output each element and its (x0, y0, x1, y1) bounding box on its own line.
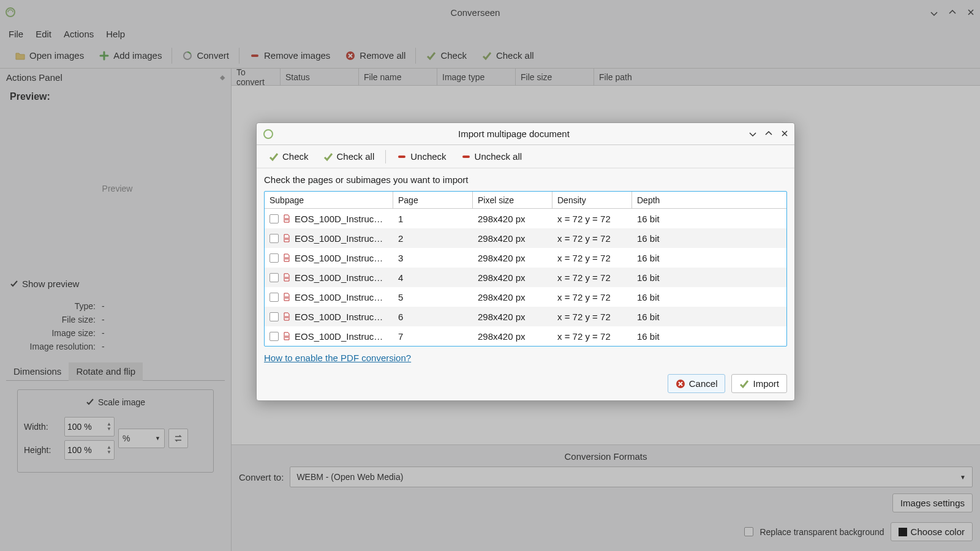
table-row[interactable]: EOS_100D_Instruc…5298x420 pxx = 72 y = 7… (265, 287, 786, 307)
dialog-close-icon[interactable] (781, 129, 788, 139)
row-density: x = 72 y = 72 (552, 292, 632, 302)
dialog-table: Subpage Page Pixel size Density Depth EO… (264, 191, 787, 347)
dialog-uncheck-all-button[interactable]: Uncheck all (455, 149, 529, 164)
row-depth: 16 bit (632, 253, 786, 263)
dialog-table-header: Subpage Page Pixel size Density Depth (265, 192, 786, 209)
table-row[interactable]: EOS_100D_Instruc…1298x420 pxx = 72 y = 7… (265, 209, 786, 228)
dialog-app-icon (263, 129, 274, 140)
pdf-icon (282, 312, 291, 321)
dialog-check-all-button[interactable]: Check all (317, 149, 381, 164)
row-density: x = 72 y = 72 (552, 253, 632, 263)
cancel-button[interactable]: Cancel (668, 374, 726, 393)
table-row[interactable]: EOS_100D_Instruc…4298x420 pxx = 72 y = 7… (265, 268, 786, 287)
col-pixel-size[interactable]: Pixel size (473, 192, 552, 208)
dialog-toolbar: Check Check all Uncheck Uncheck all (257, 145, 794, 168)
svg-rect-5 (398, 156, 405, 158)
row-checkbox[interactable] (270, 214, 279, 223)
row-density: x = 72 y = 72 (552, 331, 632, 342)
row-checkbox[interactable] (270, 273, 279, 282)
svg-rect-6 (462, 156, 470, 158)
row-checkbox[interactable] (270, 312, 279, 321)
col-depth[interactable]: Depth (632, 192, 786, 208)
pdf-icon (282, 332, 291, 340)
toolbar-separator (385, 150, 386, 163)
svg-point-4 (264, 130, 273, 138)
row-depth: 16 bit (632, 233, 786, 244)
dialog-title: Import multipage document (279, 129, 749, 139)
dialog-minimize-icon[interactable] (749, 129, 756, 139)
row-checkbox[interactable] (270, 332, 279, 341)
dialog-check-button[interactable]: Check (263, 149, 315, 164)
row-size: 298x420 px (473, 312, 552, 322)
row-page: 6 (393, 312, 473, 322)
pdf-icon (282, 214, 291, 223)
row-depth: 16 bit (632, 331, 786, 342)
row-checkbox[interactable] (270, 253, 279, 263)
row-name: EOS_100D_Instruc… (295, 233, 383, 244)
row-density: x = 72 y = 72 (552, 272, 632, 283)
row-size: 298x420 px (473, 292, 552, 302)
row-page: 5 (393, 292, 473, 302)
row-checkbox[interactable] (270, 234, 279, 243)
row-density: x = 72 y = 72 (552, 312, 632, 322)
dialog-maximize-icon[interactable] (765, 129, 772, 139)
col-page[interactable]: Page (393, 192, 473, 208)
table-row[interactable]: EOS_100D_Instruc…3298x420 pxx = 72 y = 7… (265, 248, 786, 268)
row-density: x = 72 y = 72 (552, 214, 632, 224)
row-size: 298x420 px (473, 233, 552, 244)
col-density[interactable]: Density (552, 192, 632, 208)
row-name: EOS_100D_Instruc… (295, 214, 383, 224)
row-page: 4 (393, 272, 473, 283)
row-size: 298x420 px (473, 331, 552, 342)
col-subpage[interactable]: Subpage (265, 192, 393, 208)
row-depth: 16 bit (632, 272, 786, 283)
row-density: x = 72 y = 72 (552, 233, 632, 244)
pdf-icon (282, 293, 291, 301)
table-row[interactable]: EOS_100D_Instruc…6298x420 pxx = 72 y = 7… (265, 307, 786, 326)
row-name: EOS_100D_Instruc… (295, 312, 383, 322)
pdf-icon (282, 234, 291, 242)
check-icon (323, 152, 333, 162)
check-icon (739, 379, 749, 389)
row-page: 1 (393, 214, 473, 224)
row-page: 7 (393, 331, 473, 342)
row-name: EOS_100D_Instruc… (295, 331, 383, 342)
row-depth: 16 bit (632, 312, 786, 322)
row-size: 298x420 px (473, 214, 552, 224)
row-depth: 16 bit (632, 292, 786, 302)
row-depth: 16 bit (632, 214, 786, 224)
check-icon (269, 152, 279, 162)
row-name: EOS_100D_Instruc… (295, 292, 383, 302)
row-name: EOS_100D_Instruc… (295, 253, 383, 263)
minus-icon (397, 152, 407, 162)
minus-icon (461, 152, 471, 162)
cancel-icon (676, 379, 685, 389)
row-page: 2 (393, 233, 473, 244)
row-page: 3 (393, 253, 473, 263)
row-checkbox[interactable] (270, 293, 279, 302)
dialog-titlebar: Import multipage document (257, 123, 794, 145)
dialog-uncheck-button[interactable]: Uncheck (391, 149, 452, 164)
import-multipage-dialog: Import multipage document Check Check al… (256, 122, 795, 401)
row-size: 298x420 px (473, 253, 552, 263)
table-row[interactable]: EOS_100D_Instruc…7298x420 pxx = 72 y = 7… (265, 326, 786, 346)
import-button[interactable]: Import (731, 374, 787, 393)
dialog-help-link[interactable]: How to enable the PDF conversion? (257, 347, 794, 369)
row-name: EOS_100D_Instruc… (295, 272, 383, 283)
dialog-instruction: Check the pages or subimages you want to… (257, 168, 794, 191)
pdf-icon (282, 253, 291, 262)
row-size: 298x420 px (473, 272, 552, 283)
pdf-icon (282, 273, 291, 282)
table-row[interactable]: EOS_100D_Instruc…2298x420 pxx = 72 y = 7… (265, 228, 786, 248)
